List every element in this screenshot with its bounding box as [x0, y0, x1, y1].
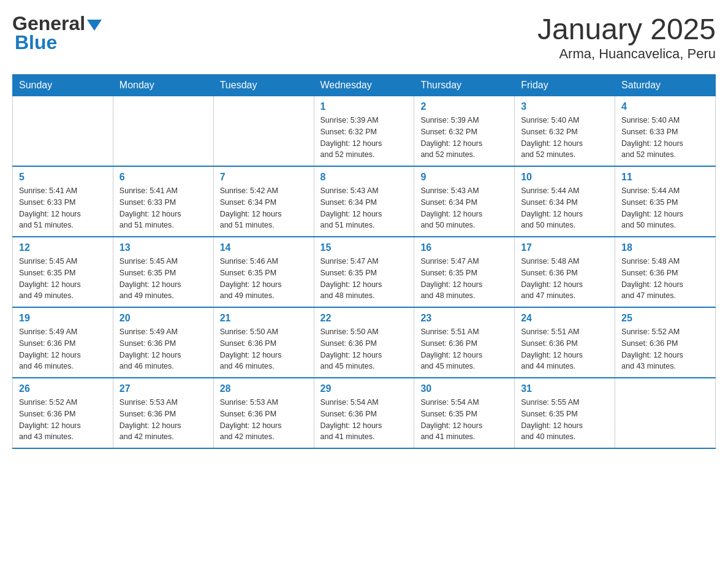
calendar-cell: 7Sunrise: 5:42 AMSunset: 6:34 PMDaylight…	[213, 166, 314, 237]
day-header-monday: Monday	[113, 75, 213, 96]
calendar-cell: 12Sunrise: 5:45 AMSunset: 6:35 PMDayligh…	[13, 237, 113, 307]
calendar-cell: 16Sunrise: 5:47 AMSunset: 6:35 PMDayligh…	[414, 237, 515, 307]
day-number: 9	[420, 172, 508, 183]
day-number: 17	[521, 242, 609, 253]
day-info: Sunrise: 5:43 AMSunset: 6:34 PMDaylight:…	[420, 185, 508, 231]
day-number: 24	[521, 313, 609, 324]
day-info: Sunrise: 5:49 AMSunset: 6:36 PMDaylight:…	[119, 326, 207, 372]
calendar-cell: 3Sunrise: 5:40 AMSunset: 6:32 PMDaylight…	[515, 96, 615, 167]
calendar-cell: 15Sunrise: 5:47 AMSunset: 6:35 PMDayligh…	[314, 237, 414, 307]
day-number: 2	[420, 101, 508, 112]
calendar-table: SundayMondayTuesdayWednesdayThursdayFrid…	[12, 74, 716, 449]
day-info: Sunrise: 5:47 AMSunset: 6:35 PMDaylight:…	[320, 256, 408, 302]
day-info: Sunrise: 5:48 AMSunset: 6:36 PMDaylight:…	[621, 256, 709, 302]
day-number: 14	[220, 242, 308, 253]
day-number: 1	[320, 101, 408, 112]
day-info: Sunrise: 5:41 AMSunset: 6:33 PMDaylight:…	[119, 185, 207, 231]
calendar-cell: 19Sunrise: 5:49 AMSunset: 6:36 PMDayligh…	[13, 307, 113, 378]
logo-triangle-icon	[87, 20, 102, 31]
day-number: 18	[621, 242, 709, 253]
day-number: 13	[119, 242, 207, 253]
calendar-cell: 27Sunrise: 5:53 AMSunset: 6:36 PMDayligh…	[113, 378, 213, 448]
calendar-cell: 26Sunrise: 5:52 AMSunset: 6:36 PMDayligh…	[13, 378, 113, 448]
calendar-cell: 8Sunrise: 5:43 AMSunset: 6:34 PMDaylight…	[314, 166, 414, 237]
day-info: Sunrise: 5:53 AMSunset: 6:36 PMDaylight:…	[119, 397, 207, 443]
day-number: 4	[621, 101, 709, 112]
day-header-friday: Friday	[515, 75, 615, 96]
calendar-cell: 5Sunrise: 5:41 AMSunset: 6:33 PMDaylight…	[13, 166, 113, 237]
day-number: 7	[220, 172, 308, 183]
day-number: 30	[420, 383, 508, 394]
day-number: 27	[119, 383, 207, 394]
calendar-cell: 17Sunrise: 5:48 AMSunset: 6:36 PMDayligh…	[515, 237, 615, 307]
calendar-cell	[13, 96, 113, 167]
calendar-cell: 29Sunrise: 5:54 AMSunset: 6:36 PMDayligh…	[314, 378, 414, 448]
day-header-sunday: Sunday	[13, 75, 113, 96]
day-info: Sunrise: 5:50 AMSunset: 6:36 PMDaylight:…	[320, 326, 408, 372]
day-info: Sunrise: 5:48 AMSunset: 6:36 PMDaylight:…	[521, 256, 609, 302]
day-info: Sunrise: 5:51 AMSunset: 6:36 PMDaylight:…	[420, 326, 508, 372]
calendar-cell: 1Sunrise: 5:39 AMSunset: 6:32 PMDaylight…	[314, 96, 414, 167]
calendar-header-row: SundayMondayTuesdayWednesdayThursdayFrid…	[13, 75, 716, 96]
day-info: Sunrise: 5:51 AMSunset: 6:36 PMDaylight:…	[521, 326, 609, 372]
day-header-tuesday: Tuesday	[213, 75, 314, 96]
calendar-cell: 4Sunrise: 5:40 AMSunset: 6:33 PMDaylight…	[615, 96, 716, 167]
day-info: Sunrise: 5:40 AMSunset: 6:33 PMDaylight:…	[621, 115, 709, 161]
day-number: 31	[521, 383, 609, 394]
calendar-cell: 22Sunrise: 5:50 AMSunset: 6:36 PMDayligh…	[314, 307, 414, 378]
calendar-week-3: 12Sunrise: 5:45 AMSunset: 6:35 PMDayligh…	[13, 237, 716, 307]
calendar-cell: 6Sunrise: 5:41 AMSunset: 6:33 PMDaylight…	[113, 166, 213, 237]
day-info: Sunrise: 5:39 AMSunset: 6:32 PMDaylight:…	[420, 115, 508, 161]
day-info: Sunrise: 5:47 AMSunset: 6:35 PMDaylight:…	[420, 256, 508, 302]
calendar-cell: 28Sunrise: 5:53 AMSunset: 6:36 PMDayligh…	[213, 378, 314, 448]
day-number: 19	[19, 313, 107, 324]
day-info: Sunrise: 5:46 AMSunset: 6:35 PMDaylight:…	[220, 256, 308, 302]
day-info: Sunrise: 5:40 AMSunset: 6:32 PMDaylight:…	[521, 115, 609, 161]
day-number: 20	[119, 313, 207, 324]
calendar-cell: 11Sunrise: 5:44 AMSunset: 6:35 PMDayligh…	[615, 166, 716, 237]
day-info: Sunrise: 5:42 AMSunset: 6:34 PMDaylight:…	[220, 185, 308, 231]
day-info: Sunrise: 5:45 AMSunset: 6:35 PMDaylight:…	[19, 256, 107, 302]
day-number: 12	[19, 242, 107, 253]
calendar-cell	[113, 96, 213, 167]
calendar-cell: 9Sunrise: 5:43 AMSunset: 6:34 PMDaylight…	[414, 166, 515, 237]
calendar-week-5: 26Sunrise: 5:52 AMSunset: 6:36 PMDayligh…	[13, 378, 716, 448]
day-info: Sunrise: 5:55 AMSunset: 6:35 PMDaylight:…	[521, 397, 609, 443]
day-number: 10	[521, 172, 609, 183]
title-section: January 2025 Arma, Huancavelica, Peru	[537, 12, 716, 62]
calendar-week-1: 1Sunrise: 5:39 AMSunset: 6:32 PMDaylight…	[13, 96, 716, 167]
calendar-cell: 13Sunrise: 5:45 AMSunset: 6:35 PMDayligh…	[113, 237, 213, 307]
calendar-cell: 25Sunrise: 5:52 AMSunset: 6:36 PMDayligh…	[615, 307, 716, 378]
calendar-cell: 31Sunrise: 5:55 AMSunset: 6:35 PMDayligh…	[515, 378, 615, 448]
day-header-wednesday: Wednesday	[314, 75, 414, 96]
calendar-cell: 14Sunrise: 5:46 AMSunset: 6:35 PMDayligh…	[213, 237, 314, 307]
day-info: Sunrise: 5:44 AMSunset: 6:34 PMDaylight:…	[521, 185, 609, 231]
day-info: Sunrise: 5:54 AMSunset: 6:36 PMDaylight:…	[320, 397, 408, 443]
day-number: 23	[420, 313, 508, 324]
day-number: 6	[119, 172, 207, 183]
day-number: 3	[521, 101, 609, 112]
page-header: General Blue January 2025 Arma, Huancave…	[12, 12, 716, 62]
day-header-thursday: Thursday	[414, 75, 515, 96]
day-info: Sunrise: 5:54 AMSunset: 6:35 PMDaylight:…	[420, 397, 508, 443]
calendar-cell: 23Sunrise: 5:51 AMSunset: 6:36 PMDayligh…	[414, 307, 515, 378]
day-info: Sunrise: 5:49 AMSunset: 6:36 PMDaylight:…	[19, 326, 107, 372]
calendar-cell: 30Sunrise: 5:54 AMSunset: 6:35 PMDayligh…	[414, 378, 515, 448]
day-info: Sunrise: 5:53 AMSunset: 6:36 PMDaylight:…	[220, 397, 308, 443]
day-info: Sunrise: 5:39 AMSunset: 6:32 PMDaylight:…	[320, 115, 408, 161]
calendar-cell	[213, 96, 314, 167]
logo: General Blue	[12, 12, 102, 54]
day-number: 22	[320, 313, 408, 324]
calendar-cell: 18Sunrise: 5:48 AMSunset: 6:36 PMDayligh…	[615, 237, 716, 307]
day-number: 28	[220, 383, 308, 394]
day-number: 15	[320, 242, 408, 253]
day-number: 5	[19, 172, 107, 183]
month-title: January 2025	[537, 12, 716, 46]
calendar-cell: 20Sunrise: 5:49 AMSunset: 6:36 PMDayligh…	[113, 307, 213, 378]
day-number: 16	[420, 242, 508, 253]
day-info: Sunrise: 5:45 AMSunset: 6:35 PMDaylight:…	[119, 256, 207, 302]
calendar-cell: 21Sunrise: 5:50 AMSunset: 6:36 PMDayligh…	[213, 307, 314, 378]
calendar-week-2: 5Sunrise: 5:41 AMSunset: 6:33 PMDaylight…	[13, 166, 716, 237]
calendar-cell: 24Sunrise: 5:51 AMSunset: 6:36 PMDayligh…	[515, 307, 615, 378]
logo-text-blue: Blue	[15, 31, 57, 54]
